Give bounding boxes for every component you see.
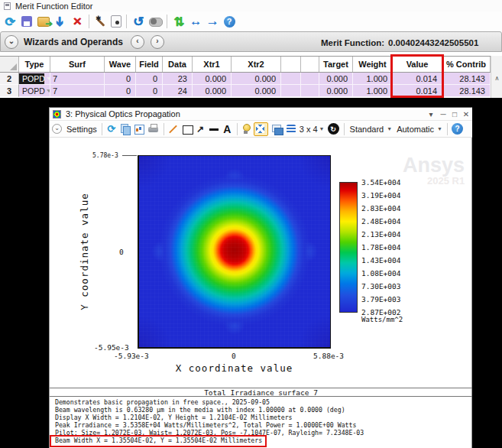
xtr1-cell[interactable]: 0.000 [193,73,232,85]
expand-wizards-button[interactable]: ⌄ [5,35,18,49]
grid-size-label[interactable]: 3 x 4 [300,125,318,134]
lamp-icon[interactable] [241,122,251,136]
rectangle-annotation-icon[interactable] [182,122,193,136]
window-menu-icon[interactable]: ▾ [426,108,436,120]
report-line: Peak Irradiance = 3.5358E+04 Watts/Milli… [55,421,364,429]
contrib-cell[interactable]: 28.143 [442,85,491,97]
xtr1-cell[interactable]: 0.000 [193,85,232,97]
text-annotation-icon[interactable]: A [222,122,232,136]
swap-rows-icon[interactable]: ⇅ [172,14,186,29]
print-icon[interactable] [147,122,159,136]
save-graph-icon[interactable] [134,122,144,136]
field-cell[interactable]: 0 [136,73,163,85]
weight-cell[interactable]: 1.000 [353,85,393,97]
scroll-up-icon[interactable]: ∧ [491,73,502,83]
save-icon[interactable] [20,14,34,29]
type-cell[interactable]: POPD [19,85,50,97]
undo-icon[interactable]: ↺ [131,14,145,29]
y-axis-title: Y coordinate value [79,193,90,310]
open-folder-icon[interactable] [37,14,50,29]
xtr2-cell[interactable]: 0.000 [232,73,281,85]
automatic-dropdown-icon[interactable]: ▼ [437,126,442,131]
col-header-type[interactable]: Type [19,57,50,72]
insert-icon[interactable]: ➔ [53,15,68,28]
wave-cell[interactable]: 0 [105,73,136,85]
pop-toolbar: ⌄ Settings ⟳ ↗ A 3 x 4 ▼ ↻ Standard ▼ Au… [50,121,472,138]
table-scrollbar[interactable]: ∧ [491,56,502,98]
wizards-and-operands-bar: ⌄ Wizards and Operands ‹ › Merit Functio… [0,31,502,52]
close-icon[interactable]: ✕ [461,108,471,120]
standard-dropdown-icon[interactable]: ▼ [387,126,392,131]
maximize-icon[interactable]: □ [449,108,460,120]
wave-cell[interactable]: 0 [105,85,136,97]
col-header-weight[interactable]: Weight [353,57,393,72]
field-cell[interactable]: 0 [136,85,163,97]
target-cell[interactable]: 0.000 [319,73,353,85]
col-header-contrib[interactable]: % Contrib [442,57,491,72]
col-header-surf[interactable]: Surf [50,57,105,72]
line-annotation-icon[interactable] [168,122,179,136]
refresh-icon[interactable]: ⟳ [106,122,117,136]
row-number[interactable]: 3 [0,85,19,97]
toolbar-separator [447,123,448,135]
row-number[interactable]: 2 [0,73,19,85]
delete-icon[interactable]: × [70,14,84,29]
help-icon[interactable] [222,14,236,29]
report-line: Beam wavelength is 0.63280 µm in the med… [55,406,364,414]
empty-cell[interactable] [281,73,301,85]
automatic-dropdown[interactable]: Automatic [397,125,434,134]
col-header-target[interactable]: Target [319,57,353,72]
empty-cell[interactable] [281,85,301,97]
col-header-empty2[interactable] [301,57,319,72]
data-cell[interactable]: 23 [163,73,193,85]
wizard-icon[interactable] [94,14,108,29]
toolbar-separator [102,123,102,135]
go-icon[interactable]: → [206,14,219,29]
auto-apply-icon[interactable]: ↻ [328,123,339,135]
contrib-cell[interactable]: 28.143 [442,73,491,85]
weight-cell[interactable]: 1.000 [353,73,393,85]
operand-type: POPD [22,86,45,96]
minimize-icon[interactable]: ─ [438,108,449,120]
col-header-wave[interactable]: Wave [105,57,136,72]
merit-editor-title: Merit Function Editor [15,2,92,11]
col-header-xtr1[interactable]: Xtr1 [193,57,232,72]
standard-dropdown[interactable]: Standard [350,125,384,134]
next-button[interactable]: › [151,35,164,49]
xtr2-cell[interactable]: 0.000 [232,85,281,97]
window-layout-icon[interactable] [271,122,283,136]
colorbar-tick: 3.79E+003 [361,295,400,304]
operand-properties-icon[interactable] [111,15,121,28]
thick-line-annotation-icon[interactable] [209,122,219,136]
empty-cell[interactable] [301,85,319,97]
col-header-xtr2[interactable]: Xtr2 [232,57,281,72]
settings-label[interactable]: Settings [66,125,97,134]
col-header-data[interactable]: Data [163,57,193,72]
merit-editor-window-icon [4,2,11,10]
move-sideways-icon[interactable]: ↔ [189,14,202,29]
copy-icon[interactable] [120,122,131,136]
colorbar-tick: 7.30E+003 [361,282,400,291]
colorbar-tick: 1.78E+004 [361,243,400,252]
help-icon[interactable]: ? [452,123,463,135]
surf-cell[interactable]: 7 [50,85,105,97]
data-cell[interactable]: 24 [163,85,193,97]
report-line: Demonstrates basic propagation in free s… [55,398,364,406]
false-color-mode-icon[interactable] [254,122,268,136]
corner-select-cell[interactable] [0,57,19,72]
refresh-icon[interactable]: ⟳ [3,14,17,29]
arrow-annotation-icon[interactable]: ↗ [196,122,206,136]
toggle-icon[interactable] [148,14,162,29]
empty-cell[interactable] [301,73,319,85]
stack-icon[interactable] [286,122,296,136]
colorbar-unit: Watts/mm^2 [361,316,403,323]
type-cell[interactable]: POPD [19,73,50,85]
settings-chevron-icon[interactable]: ⌄ [52,124,62,134]
grid-size-dropdown-icon[interactable]: ▼ [319,126,325,131]
col-header-empty1[interactable] [281,57,301,72]
prev-button[interactable]: ‹ [131,35,144,49]
y-tick-mark [122,155,137,156]
col-header-field[interactable]: Field [136,57,163,72]
surf-cell[interactable]: 7 [50,73,105,85]
target-cell[interactable]: 0.000 [319,85,353,97]
